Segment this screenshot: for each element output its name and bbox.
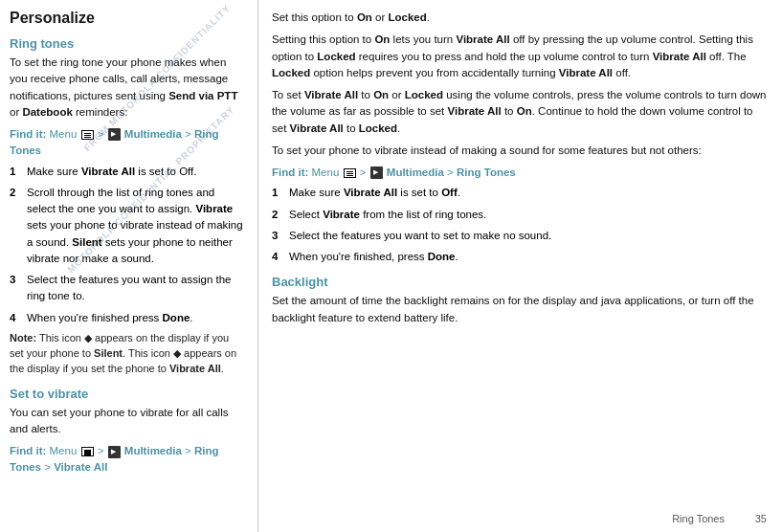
step-text-right-3: Select the features you want to set to m… <box>289 228 769 244</box>
step-left-2: 2 Scroll through the list of ring tones … <box>10 185 244 267</box>
menu-icon-right <box>344 168 356 178</box>
multimedia-icon-1 <box>108 128 121 141</box>
step-num-left-3: 3 <box>10 272 23 305</box>
step-num-right-1: 1 <box>272 185 285 201</box>
step-text-left-2: Scroll through the list of ring tones an… <box>27 185 244 267</box>
step-num-left-1: 1 <box>10 164 23 180</box>
section-title: Personalize <box>10 10 244 27</box>
step-text-right-1: Make sure Vibrate All is set to Off. <box>289 185 769 201</box>
right-intro-2: Setting this option to On lets you turn … <box>272 32 769 81</box>
step-num-right-2: 2 <box>272 207 285 223</box>
step-right-4: 4 When you're finished, press Done. <box>272 249 769 265</box>
menu-icon-1 <box>81 130 94 140</box>
step-text-left-3: Select the features you want to assign t… <box>27 272 244 305</box>
step-left-4: 4 When you're finished press Done. <box>10 310 244 326</box>
find-it-label-1: Find it: <box>10 128 46 140</box>
note-left: Note: This icon ◆ appears on the display… <box>10 331 244 377</box>
backlight-text: Set the amount of time the backlight rem… <box>272 293 769 326</box>
multimedia-icon-right <box>370 166 383 179</box>
right-intro-1: Set this option to On or Locked. <box>272 10 769 26</box>
step-text-right-4: When you're finished, press Done. <box>289 249 769 265</box>
step-num-left-2: 2 <box>10 185 23 267</box>
step-num-right-4: 4 <box>272 249 285 265</box>
page-container: Personalize Ring tones To set the ring t… <box>0 0 782 532</box>
ring-tones-intro: To set the ring tone your phone makes wh… <box>10 55 244 121</box>
find-it-right: Find it: Menu > Multimedia > Ring Tones <box>272 165 769 181</box>
find-it-vibrate: Find it: Menu > Multimedia > Ring Tones … <box>10 443 244 477</box>
note-label: Note: <box>10 332 36 344</box>
ring-tones-title: Ring tones <box>10 36 244 51</box>
find-it-1: Find it: Menu > Multimedia > Ring Tones <box>10 126 244 160</box>
step-right-1: 1 Make sure Vibrate All is set to Off. <box>272 185 769 201</box>
step-left-1: 1 Make sure Vibrate All is set to Off. <box>10 164 244 180</box>
page-number: 35 <box>755 513 767 524</box>
right-para-2: To set Vibrate All to On or Locked using… <box>272 87 769 137</box>
step-right-3: 3 Select the features you want to set to… <box>272 228 769 244</box>
step-text-left-1: Make sure Vibrate All is set to Off. <box>27 164 244 180</box>
multimedia-icon-vibrate <box>108 446 121 458</box>
step-right-2: 2 Select Vibrate from the list of ring t… <box>272 207 769 223</box>
set-to-vibrate-text: You can set your phone to vibrate for al… <box>10 405 244 438</box>
left-column: Personalize Ring tones To set the ring t… <box>0 0 258 532</box>
menu-icon-vibrate <box>81 447 94 456</box>
step-text-left-4: When you're finished press Done. <box>27 310 244 326</box>
backlight-title: Backlight <box>272 275 769 289</box>
set-to-vibrate-title: Set to vibrate <box>10 387 244 401</box>
step-num-left-4: 4 <box>10 310 23 326</box>
find-it-vibrate-label: Find it: <box>10 445 46 456</box>
step-text-right-2: Select Vibrate from the list of ring ton… <box>289 207 769 223</box>
right-para-3: To set your phone to vibrate instead of … <box>272 143 769 159</box>
step-left-3: 3 Select the features you want to assign… <box>10 272 244 305</box>
right-column: Set this option to On or Locked. Setting… <box>258 0 782 532</box>
step-num-right-3: 3 <box>272 228 285 244</box>
find-it-right-label: Find it: <box>272 166 308 178</box>
page-label: Ring Tones <box>672 513 725 524</box>
